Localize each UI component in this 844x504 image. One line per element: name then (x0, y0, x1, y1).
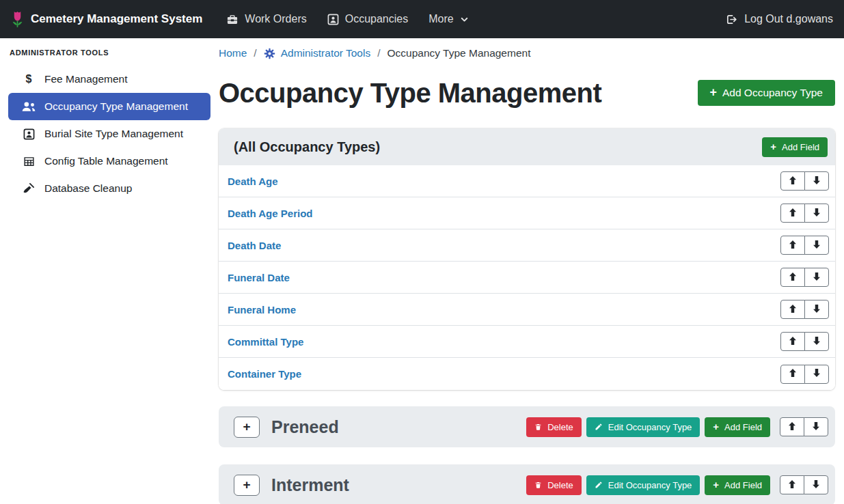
move-up-button[interactable] (780, 171, 805, 191)
breadcrumb-administrator-tools[interactable]: Administrator Tools (264, 47, 371, 59)
plus-icon: + (713, 422, 719, 432)
card-title: (All Occupancy Types) (234, 139, 380, 155)
field-row: Death Date (219, 229, 835, 262)
sidebar-item-label: Burial Site Type Management (44, 128, 183, 140)
reorder-controls (780, 236, 829, 255)
field-link[interactable]: Funeral Date (228, 272, 290, 283)
arrow-up-icon (789, 336, 797, 348)
occupancy-type-name: Interment (271, 475, 349, 495)
field-link[interactable]: Death Age Period (228, 208, 312, 219)
plus-icon: + (710, 87, 717, 99)
sidebar-item-fee-management[interactable]: $ Fee Management (8, 66, 210, 93)
arrow-up-icon (789, 208, 797, 219)
occupancy-type-name: Preneed (271, 417, 339, 437)
person-square-icon (20, 128, 38, 140)
arrow-up-icon (789, 304, 797, 316)
delete-button[interactable]: Delete (526, 475, 582, 495)
add-field-label: Add Field (724, 480, 762, 490)
breadcrumb-home[interactable]: Home (219, 47, 247, 59)
move-down-button[interactable] (804, 171, 829, 191)
nav-work-orders-label: Work Orders (245, 13, 306, 25)
add-occupancy-type-button[interactable]: + Add Occupancy Type (698, 80, 835, 106)
add-field-label: Add Field (782, 142, 819, 152)
expand-button[interactable]: + (234, 475, 260, 496)
pencil-icon (595, 423, 603, 431)
expand-button[interactable]: + (234, 417, 260, 438)
move-up-button[interactable] (780, 417, 804, 436)
reorder-controls (780, 332, 829, 351)
arrow-up-icon (789, 272, 797, 283)
arrow-up-icon (789, 368, 797, 380)
nav-more[interactable]: More (418, 8, 478, 31)
sidebar-item-burial-site-type-management[interactable]: Burial Site Type Management (8, 120, 210, 148)
chevron-down-icon (460, 16, 469, 23)
field-link[interactable]: Funeral Home (228, 304, 296, 316)
app-brand[interactable]: Cemetery Management System (11, 10, 202, 29)
arrow-down-icon (813, 336, 821, 348)
app-title: Cemetery Management System (31, 12, 202, 26)
add-field-button[interactable]: + Add Field (705, 475, 770, 495)
plus-icon: + (770, 142, 776, 152)
table-icon (20, 156, 38, 167)
edit-occupancy-type-button[interactable]: Edit Occupancy Type (586, 417, 700, 437)
gear-icon (264, 48, 275, 59)
move-down-button[interactable] (804, 365, 829, 384)
move-down-button[interactable] (804, 332, 829, 351)
add-field-button[interactable]: + Add Field (762, 137, 828, 157)
all-occupancy-types-card: (All Occupancy Types) + Add Field Death … (219, 128, 835, 390)
move-up-button[interactable] (780, 332, 805, 351)
nav-links: Work Orders Occupancies More (216, 8, 478, 31)
field-link[interactable]: Container Type (228, 368, 301, 380)
reorder-controls (780, 204, 829, 223)
reorder-controls (780, 417, 828, 436)
section-actions: Delete Edit Occupancy Type + Add Field (526, 417, 828, 437)
move-up-button[interactable] (780, 236, 805, 255)
move-down-button[interactable] (804, 268, 829, 287)
nav-work-orders[interactable]: Work Orders (216, 8, 316, 31)
sidebar-item-label: Fee Management (44, 73, 128, 85)
field-link[interactable]: Committal Type (228, 336, 303, 348)
move-down-button[interactable] (804, 236, 829, 255)
sidebar-item-label: Database Cleanup (44, 182, 132, 195)
logout-label: Log Out d.gowans (744, 13, 833, 25)
arrow-down-icon (813, 208, 821, 219)
move-up-button[interactable] (780, 300, 805, 319)
title-row: Occupancy Type Management + Add Occupanc… (219, 76, 835, 109)
logout-link[interactable]: Log Out d.gowans (725, 13, 833, 25)
move-down-button[interactable] (804, 417, 828, 436)
sidebar-item-occupancy-type-management[interactable]: Occupancy Type Management (8, 93, 210, 120)
arrow-down-icon (812, 479, 820, 491)
field-row: Death Age (219, 165, 835, 197)
reorder-controls (780, 475, 828, 494)
edit-occupancy-type-button[interactable]: Edit Occupancy Type (586, 475, 700, 495)
move-up-button[interactable] (780, 204, 805, 223)
field-link[interactable]: Death Date (228, 240, 281, 251)
broom-icon (20, 182, 38, 195)
breadcrumb-separator: / (377, 47, 380, 59)
field-row: Death Age Period (219, 197, 835, 229)
field-row: Funeral Date (219, 262, 835, 294)
reorder-controls (780, 171, 829, 191)
add-field-button[interactable]: + Add Field (705, 417, 770, 437)
move-up-button[interactable] (780, 365, 805, 384)
breadcrumb-current: Occupancy Type Management (387, 47, 531, 59)
move-down-button[interactable] (804, 475, 828, 494)
move-down-button[interactable] (804, 300, 829, 319)
section-actions: Delete Edit Occupancy Type + Add Field (526, 475, 828, 495)
person-square-icon (327, 14, 339, 25)
move-up-button[interactable] (780, 268, 805, 287)
sidebar-item-label: Occupancy Type Management (44, 100, 188, 113)
sidebar: Administrator Tools $ Fee Management Occ… (0, 38, 219, 202)
toolbox-icon (226, 14, 239, 25)
main-content: Home / Administrator Tools / Occupancy T… (219, 38, 835, 504)
arrow-down-icon (813, 272, 821, 283)
field-link[interactable]: Death Age (228, 176, 278, 187)
delete-label: Delete (547, 480, 573, 490)
delete-button[interactable]: Delete (526, 417, 582, 437)
sidebar-item-config-table-management[interactable]: Config Table Management (8, 148, 210, 175)
delete-label: Delete (547, 422, 573, 432)
move-down-button[interactable] (804, 204, 829, 223)
sidebar-item-database-cleanup[interactable]: Database Cleanup (8, 175, 210, 202)
move-up-button[interactable] (780, 475, 804, 494)
nav-occupancies[interactable]: Occupancies (317, 8, 419, 31)
